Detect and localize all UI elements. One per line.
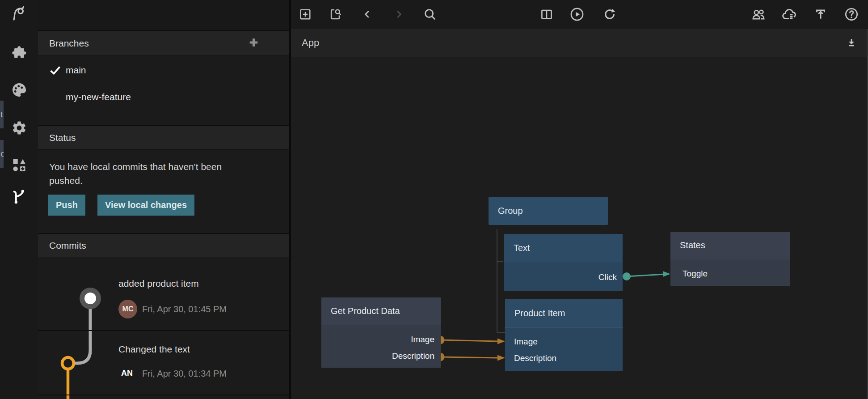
version-control-panel: Branches main my-new-feature Status You … — [38, 0, 289, 399]
commit-timestamp: Fri, Apr 30, 01:34 PM — [142, 369, 227, 379]
output-port-image[interactable]: Image — [411, 335, 434, 344]
navigate-back-button[interactable] — [362, 8, 373, 20]
commit-message: added product item — [118, 278, 199, 289]
node-states[interactable]: States Toggle — [670, 232, 790, 286]
split-view-button[interactable] — [540, 8, 554, 21]
search-button[interactable] — [423, 7, 437, 21]
split-view-icon — [540, 8, 554, 21]
node-title: Text — [504, 234, 623, 262]
cloud-services-button[interactable] — [781, 6, 798, 23]
marketplace-icon[interactable] — [11, 157, 27, 175]
window-edge-fragment: t — [0, 101, 4, 128]
output-port-description[interactable]: Description — [392, 351, 434, 361]
view-local-changes-button[interactable]: View local changes — [97, 195, 194, 216]
avatar-initials: AN — [121, 369, 133, 378]
commits-list: added product item MC Fri, Apr 30, 01:45… — [38, 257, 289, 399]
version-control-icon[interactable] — [11, 187, 28, 208]
styles-palette-icon[interactable] — [11, 81, 28, 100]
noodl-logo-icon[interactable] — [11, 5, 28, 24]
divider — [38, 330, 289, 331]
commits-title: Commits — [49, 240, 86, 251]
input-port-toggle[interactable]: Toggle — [683, 269, 708, 279]
add-branch-button[interactable] — [249, 38, 258, 49]
component-search-button[interactable] — [329, 7, 343, 21]
node-body: Image Description — [321, 325, 441, 368]
editor-main: App — [291, 0, 868, 399]
branch-item-main[interactable]: main — [38, 59, 289, 81]
search-icon — [423, 7, 437, 21]
navigate-forward-button[interactable] — [393, 8, 405, 20]
window-edge-fragment: o — [0, 140, 4, 168]
node-title: Get Product Data — [321, 297, 441, 325]
users-icon — [751, 7, 767, 22]
status-section-header: Status — [38, 125, 289, 150]
components-icon[interactable] — [11, 45, 27, 63]
refresh-button[interactable] — [603, 7, 617, 21]
chevron-right-icon — [393, 8, 405, 20]
commit-timestamp: Fri, Apr 30, 01:45 PM — [142, 304, 227, 314]
component-tab-bar: App — [291, 29, 868, 57]
node-get-product-data[interactable]: Get Product Data Image Description — [321, 297, 441, 368]
avatar: MC — [118, 300, 137, 318]
commit-dot-branch — [62, 357, 74, 369]
branches-title: Branches — [49, 38, 89, 49]
status-message: You have local commits that haven't been… — [49, 160, 232, 187]
node-body: Image Description — [505, 327, 623, 371]
download-icon — [845, 36, 858, 50]
branch-name: my-new-feature — [66, 92, 131, 102]
preview-play-button[interactable] — [569, 7, 585, 22]
output-port-click[interactable]: Click — [598, 272, 617, 282]
node-title: Product Item — [505, 299, 623, 327]
branch-name: main — [66, 65, 86, 76]
help-icon — [844, 7, 859, 22]
add-node-button[interactable] — [299, 8, 312, 21]
collaborators-button[interactable] — [751, 7, 767, 22]
branches-list: main my-new-feature — [38, 56, 289, 124]
node-group[interactable]: Group — [489, 197, 608, 225]
node-canvas[interactable]: Group Text Click States Toggle Get Produ… — [291, 57, 868, 399]
branch-item-my-new-feature[interactable]: my-new-feature — [38, 86, 289, 108]
push-button[interactable]: Push — [48, 195, 85, 216]
cloud-data-icon — [781, 6, 798, 23]
component-title: App — [302, 37, 319, 49]
deploy-button[interactable] — [813, 7, 828, 22]
input-port-description[interactable]: Description — [514, 353, 556, 363]
settings-gear-icon[interactable] — [11, 120, 27, 138]
component-search-icon — [329, 7, 343, 21]
refresh-icon — [603, 7, 617, 21]
connection-description — [436, 353, 506, 361]
node-body: Toggle — [670, 259, 790, 286]
plus-icon — [249, 38, 258, 47]
node-text[interactable]: Text Click — [504, 234, 623, 291]
node-title: Group — [489, 197, 608, 225]
status-section-body: You have local commits that haven't been… — [38, 150, 289, 232]
commits-section-header: Commits — [38, 233, 289, 257]
add-node-icon — [299, 8, 312, 21]
input-port-image[interactable]: Image — [514, 337, 538, 347]
icon-rail: t o — [0, 0, 38, 399]
divider — [38, 395, 289, 395]
commit-message: Changed the text — [118, 344, 190, 355]
connection-image — [436, 336, 506, 344]
node-title: States — [670, 232, 790, 259]
upload-icon — [813, 7, 828, 22]
toolbar — [291, 0, 868, 29]
panel-top-spacer — [38, 0, 289, 30]
node-body: Click — [504, 262, 623, 291]
connection-click-toggle — [623, 272, 670, 281]
commit-dot — [84, 293, 96, 304]
branches-section-header: Branches — [38, 30, 289, 56]
checkmark-icon — [49, 65, 66, 76]
chevron-left-icon — [362, 8, 373, 20]
help-button[interactable] — [844, 7, 859, 22]
download-button[interactable] — [845, 36, 858, 50]
node-product-item[interactable]: Product Item Image Description — [505, 299, 623, 371]
play-icon — [569, 7, 585, 22]
status-title: Status — [49, 132, 76, 143]
